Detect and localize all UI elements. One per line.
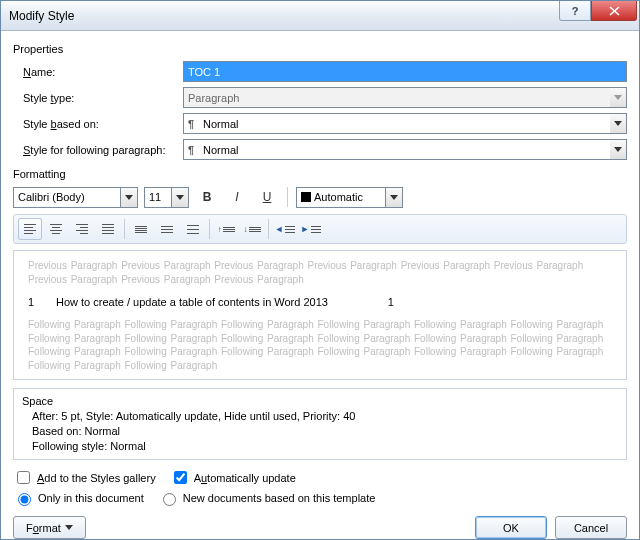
preview-sample-line: 1 How to create / update a table of cont… <box>28 296 612 308</box>
font-name-input[interactable] <box>13 187 121 208</box>
window-title: Modify Style <box>9 9 74 23</box>
chevron-down-icon <box>65 525 73 530</box>
style-based-label: Style based on: <box>13 118 183 130</box>
separator <box>287 187 288 207</box>
chevron-down-icon <box>610 113 627 134</box>
line-spacing-15-button[interactable] <box>155 218 179 240</box>
close-button[interactable] <box>591 1 637 21</box>
style-following-select[interactable]: ¶Normal <box>183 139 627 160</box>
sample-num-left: 1 <box>28 296 56 308</box>
line-spacing-2-button[interactable] <box>181 218 205 240</box>
style-type-select[interactable]: Paragraph <box>183 87 627 108</box>
color-swatch-icon <box>301 192 311 202</box>
help-button[interactable]: ? <box>559 1 591 21</box>
window-buttons: ? <box>559 1 639 21</box>
font-size-input[interactable] <box>144 187 172 208</box>
desc-line-3: Following style: Normal <box>22 439 618 454</box>
name-input[interactable] <box>183 61 627 82</box>
align-justify-button[interactable] <box>96 218 120 240</box>
modify-style-dialog: Modify Style ? Properties Name: Style ty… <box>0 0 640 540</box>
style-description: Space After: 5 pt, Style: Automatically … <box>13 388 627 460</box>
sample-num-right: 1 <box>350 296 394 308</box>
font-name-combo[interactable] <box>13 187 138 208</box>
space-before-increase-button[interactable]: ↑ <box>214 218 238 240</box>
chevron-down-icon <box>172 187 189 208</box>
style-following-label: Style for following paragraph: <box>13 144 183 156</box>
underline-button[interactable]: U <box>255 186 279 208</box>
style-preview: Previous Paragraph Previous Paragraph Pr… <box>13 250 627 380</box>
name-label: Name: <box>13 66 183 78</box>
ok-button[interactable]: OK <box>475 516 547 539</box>
sample-title: How to create / update a table of conten… <box>56 296 328 308</box>
increase-indent-button[interactable]: ► <box>299 218 323 240</box>
italic-button[interactable]: I <box>225 186 249 208</box>
auto-update-checkbox[interactable]: Automatically update <box>170 468 296 487</box>
preview-previous-text: Previous Paragraph Previous Paragraph Pr… <box>28 259 612 286</box>
style-type-value: Paragraph <box>183 87 610 108</box>
bold-button[interactable]: B <box>195 186 219 208</box>
preview-following-text: Following Paragraph Following Paragraph … <box>28 318 612 372</box>
properties-grid: Name: Style type: Paragraph Style based … <box>13 61 627 160</box>
separator <box>124 219 125 239</box>
align-left-button[interactable] <box>18 218 42 240</box>
chevron-down-icon <box>386 187 403 208</box>
chevron-down-icon <box>121 187 138 208</box>
chevron-down-icon <box>610 87 627 108</box>
formatting-row-1: B I U Automatic <box>13 186 627 208</box>
separator <box>268 219 269 239</box>
options-area: Add to the Styles gallery Automatically … <box>13 468 627 506</box>
style-based-select[interactable]: ¶Normal <box>183 113 627 134</box>
new-documents-template-radio[interactable]: New documents based on this template <box>158 490 376 506</box>
formatting-row-2: ↑ ↓ ◄ ► <box>13 214 627 244</box>
style-following-value: ¶Normal <box>183 139 610 160</box>
decrease-indent-button[interactable]: ◄ <box>273 218 297 240</box>
font-color-combo[interactable]: Automatic <box>296 187 403 208</box>
formatting-heading: Formatting <box>13 168 627 180</box>
style-type-label: Style type: <box>13 92 183 104</box>
dialog-footer: Format OK Cancel <box>13 516 627 539</box>
paragraph-icon: ¶ <box>188 144 198 156</box>
align-right-button[interactable] <box>70 218 94 240</box>
font-size-combo[interactable] <box>144 187 189 208</box>
dialog-body: Properties Name: Style type: Paragraph S… <box>1 31 639 540</box>
close-icon <box>609 6 620 16</box>
cancel-button[interactable]: Cancel <box>555 516 627 539</box>
desc-line-1: After: 5 pt, Style: Automatically update… <box>22 409 618 424</box>
paragraph-icon: ¶ <box>188 118 198 130</box>
add-to-gallery-checkbox[interactable]: Add to the Styles gallery <box>13 468 156 487</box>
titlebar: Modify Style ? <box>1 1 639 31</box>
align-center-button[interactable] <box>44 218 68 240</box>
desc-line-2: Based on: Normal <box>22 424 618 439</box>
separator <box>209 219 210 239</box>
only-this-document-radio[interactable]: Only in this document <box>13 490 144 506</box>
properties-heading: Properties <box>13 43 627 55</box>
chevron-down-icon <box>610 139 627 160</box>
format-button[interactable]: Format <box>13 516 86 539</box>
desc-title: Space <box>22 394 618 409</box>
space-before-decrease-button[interactable]: ↓ <box>240 218 264 240</box>
line-spacing-1-button[interactable] <box>129 218 153 240</box>
font-color-value: Automatic <box>314 191 363 203</box>
style-based-value: ¶Normal <box>183 113 610 134</box>
